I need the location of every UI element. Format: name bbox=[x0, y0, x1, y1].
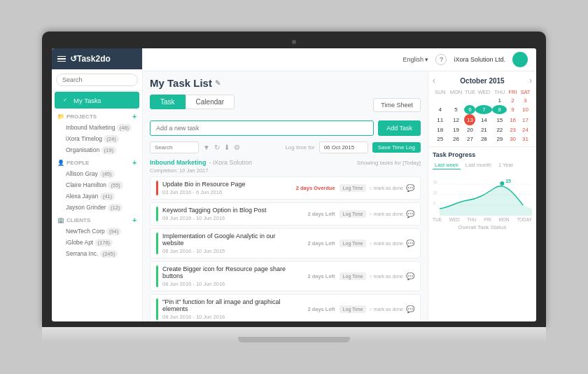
calendar-day[interactable]: 20 bbox=[464, 125, 475, 134]
filter-icon[interactable]: ▼ bbox=[203, 144, 210, 151]
calendar-day[interactable]: 11 bbox=[433, 114, 448, 125]
refresh-icon[interactable]: ↻ bbox=[214, 144, 220, 151]
calendar-day[interactable]: 16 bbox=[507, 114, 518, 125]
calendar-day[interactable]: 13 bbox=[464, 114, 475, 125]
task-panel: My Task List ✎ Task Calendar Time Sheet bbox=[143, 71, 428, 321]
calendar-day[interactable]: 12 bbox=[448, 114, 465, 125]
calendar-day[interactable]: 18 bbox=[433, 125, 448, 134]
calendar-day[interactable]: 14 bbox=[475, 114, 492, 125]
download-icon[interactable]: ⬇ bbox=[224, 144, 230, 151]
calendar-day[interactable]: 17 bbox=[519, 114, 532, 125]
avatar[interactable] bbox=[512, 52, 528, 67]
date-input[interactable] bbox=[319, 141, 368, 153]
progress-footer: Overall Task Status bbox=[433, 224, 532, 230]
add-task-input[interactable] bbox=[150, 120, 374, 136]
tab-calendar[interactable]: Calendar bbox=[186, 95, 235, 109]
task-priority-bar bbox=[156, 233, 158, 254]
add-client-btn[interactable]: + bbox=[132, 216, 136, 224]
chat-icon[interactable]: 💬 bbox=[406, 184, 414, 192]
add-project-btn[interactable]: + bbox=[132, 113, 136, 120]
calendar-day[interactable]: 21 bbox=[475, 125, 492, 134]
chat-icon[interactable]: 💬 bbox=[406, 305, 414, 313]
calendar-day[interactable]: 2 bbox=[507, 96, 518, 105]
screen: ↺Task2do ✓ My Tasks 📁 Projects + bbox=[52, 48, 536, 321]
calendar-day[interactable]: 10 bbox=[519, 105, 532, 114]
progress-tabs: Last week Last month 1 Year bbox=[433, 161, 532, 169]
calendar-day[interactable]: 5 bbox=[448, 105, 465, 114]
calendar-day[interactable]: 7 bbox=[475, 105, 492, 114]
search-input[interactable] bbox=[56, 74, 138, 86]
mark-done-btn[interactable]: ○ mark as done bbox=[369, 274, 403, 279]
save-log-button[interactable]: Save Time Log bbox=[372, 142, 421, 153]
sidebar-item-jayson[interactable]: Jayson Grinder (12) bbox=[52, 202, 142, 213]
mark-done-btn[interactable]: ○ mark as done bbox=[369, 307, 403, 312]
sidebar-item-mytasks[interactable]: ✓ My Tasks bbox=[55, 92, 139, 109]
chart-x-labels: TUE WED THU FRI MON TODAY bbox=[433, 217, 532, 222]
sidebar-item-ixora[interactable]: iXora Timelog (24) bbox=[52, 133, 142, 144]
calendar-day[interactable]: 30 bbox=[507, 134, 518, 144]
task-status: 2 days Overdue bbox=[293, 185, 335, 191]
sidebar-item-claire[interactable]: Claire Hamilton (55) bbox=[52, 179, 142, 191]
log-time-btn[interactable]: Log Time bbox=[340, 210, 367, 218]
edit-title-icon[interactable]: ✎ bbox=[215, 79, 220, 87]
sidebar-item-newtech[interactable]: NewTech Corp (94) bbox=[52, 226, 142, 237]
task-search-input[interactable] bbox=[150, 141, 199, 153]
calendar-day[interactable]: 4 bbox=[433, 105, 448, 114]
calendar-day[interactable]: 23 bbox=[507, 125, 518, 134]
calendar-day[interactable]: 29 bbox=[492, 134, 507, 144]
calendar-day[interactable]: 28 bbox=[475, 134, 492, 144]
log-time-btn[interactable]: Log Time bbox=[340, 305, 367, 313]
svg-text:0: 0 bbox=[433, 201, 435, 205]
mark-done-btn[interactable]: ○ mark as done bbox=[369, 186, 403, 191]
calendar-day[interactable]: 25 bbox=[433, 134, 448, 144]
timesheet-button[interactable]: Time Sheet bbox=[373, 98, 421, 112]
add-person-btn[interactable]: + bbox=[132, 159, 136, 167]
sidebar-item-org[interactable]: Organisation (19) bbox=[52, 144, 142, 155]
cal-day-thu: THU bbox=[492, 88, 507, 96]
calendar-day[interactable]: 19 bbox=[448, 125, 465, 134]
calendar-day[interactable]: 15 bbox=[492, 114, 507, 125]
add-task-button[interactable]: Add Task bbox=[378, 120, 421, 136]
calendar-day[interactable]: 1 bbox=[492, 96, 507, 105]
calendar-day[interactable]: 9 bbox=[507, 105, 518, 114]
chat-icon[interactable]: 💬 bbox=[406, 272, 414, 280]
help-button[interactable]: ? bbox=[435, 54, 447, 65]
calendar: ‹ October 2015 › SUN MON TUE bbox=[428, 71, 536, 146]
mark-done-btn[interactable]: ○ mark as done bbox=[369, 212, 403, 216]
calendar-day[interactable]: 26 bbox=[448, 134, 465, 144]
tab-actions: Time Sheet bbox=[373, 97, 421, 112]
chat-icon[interactable]: 💬 bbox=[406, 210, 414, 218]
calendar-day[interactable]: 3 bbox=[519, 96, 532, 105]
sidebar-item-alexa[interactable]: Alexa Jayan (41) bbox=[52, 191, 142, 202]
svg-text:15: 15 bbox=[505, 179, 511, 183]
settings-icon[interactable]: ⚙ bbox=[234, 144, 240, 151]
progress-tab-lastmonth[interactable]: Last month bbox=[463, 161, 493, 169]
sidebar-item-iglobe[interactable]: iGlobe Apt (176) bbox=[52, 237, 142, 248]
sidebar-item-inbound[interactable]: Inbound Marketing (46) bbox=[52, 122, 142, 133]
calendar-day[interactable]: 31 bbox=[519, 134, 532, 144]
calendar-day[interactable]: 6 bbox=[464, 105, 475, 114]
log-time-btn[interactable]: Log Time bbox=[340, 272, 367, 280]
calendar-next-btn[interactable]: › bbox=[529, 76, 532, 85]
app-logo: ↺Task2do bbox=[70, 54, 111, 64]
calendar-day bbox=[464, 96, 475, 105]
svg-text:40: 40 bbox=[433, 180, 438, 184]
calendar-day[interactable]: 8 bbox=[492, 105, 507, 114]
mytasks-icon: ✓ bbox=[60, 95, 70, 105]
log-time-btn[interactable]: Log Time bbox=[340, 184, 367, 192]
mark-done-btn[interactable]: ○ mark as done bbox=[369, 241, 403, 246]
log-time-btn[interactable]: Log Time bbox=[340, 240, 367, 247]
progress-tab-lastweek[interactable]: Last week bbox=[433, 161, 461, 169]
calendar-day[interactable]: 27 bbox=[464, 134, 475, 144]
tab-task[interactable]: Task bbox=[150, 95, 186, 109]
calendar-day[interactable]: 22 bbox=[492, 125, 507, 134]
language-selector[interactable]: English ▾ bbox=[402, 56, 428, 63]
sidebar-item-allison[interactable]: Allison Gray (45) bbox=[52, 168, 142, 179]
progress-tab-1year[interactable]: 1 Year bbox=[496, 161, 515, 169]
sidebar-item-serrana[interactable]: Serrana Inc. (245) bbox=[52, 248, 142, 259]
hamburger-icon[interactable] bbox=[57, 56, 66, 62]
chat-icon[interactable]: 💬 bbox=[406, 240, 414, 247]
calendar-day[interactable]: 24 bbox=[519, 125, 532, 134]
task-priority-bar bbox=[156, 265, 158, 287]
calendar-prev-btn[interactable]: ‹ bbox=[433, 76, 435, 85]
